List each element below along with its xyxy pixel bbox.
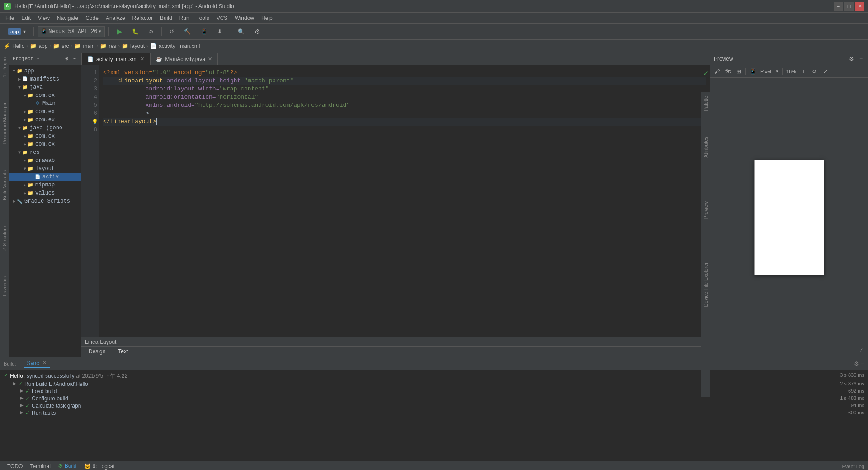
build-variants-tab[interactable]: Build Variants <box>0 166 9 204</box>
breadcrumb-src[interactable]: 📁 src <box>53 43 69 49</box>
tree-item-comex3[interactable]: ▶ 📁 com.ex <box>9 116 81 124</box>
menu-item-edit[interactable]: Edit <box>18 14 34 22</box>
debug-button[interactable]: 🐛 <box>128 26 143 38</box>
tab-close-activity-main[interactable]: ✕ <box>140 56 144 62</box>
tab-logcat[interactable]: 🐱 6: Logcat <box>80 462 118 470</box>
settings-button[interactable]: ⚙ <box>250 26 264 38</box>
tree-item-gradle[interactable]: ▶ 🔧 Gradle Scripts <box>9 197 81 205</box>
build-arrow-5[interactable]: ▶ <box>20 410 24 415</box>
resource-manager-tab[interactable]: Resource Manager <box>0 99 9 148</box>
menu-item-run[interactable]: Run <box>176 14 193 22</box>
tree-item-java-gene[interactable]: ▼ 📁 java (gene <box>9 124 81 132</box>
project-gear[interactable]: ⚙ <box>63 53 70 65</box>
breadcrumb-res[interactable]: 📁 res <box>100 43 116 49</box>
tree-item-app[interactable]: ▼ 📁 app <box>9 67 81 75</box>
preview-toolbar-icons: 🖌 🗺 ⊞ 📱 Pixel ▾ 16% + ⟳ ⤢ <box>712 66 830 76</box>
zoom-reset-btn[interactable]: ⟳ <box>810 66 820 76</box>
toolbar-run-config[interactable]: app ▾ <box>4 26 30 38</box>
build-arrow-4[interactable]: ▶ <box>20 403 24 408</box>
zoom-in-btn[interactable]: + <box>799 66 809 76</box>
dropdown-icon: ▾ <box>23 28 26 35</box>
event-log-btn[interactable]: Event Log <box>842 464 864 469</box>
breadcrumb-app[interactable]: 📁 app <box>30 43 47 49</box>
preview-resize-handle[interactable]: / <box>859 348 863 353</box>
preview-device-btn[interactable]: 📱 <box>748 66 758 76</box>
menu-item-navigate[interactable]: Navigate <box>53 14 82 22</box>
build-time-5: 600 ms <box>848 410 864 415</box>
menu-item-vcs[interactable]: VCS <box>213 14 231 22</box>
menu-item-help[interactable]: Help <box>258 14 276 22</box>
tree-item-mipmap[interactable]: ▶ 📁 mipmap <box>9 181 81 189</box>
close-button[interactable]: ✕ <box>855 2 864 11</box>
palette-tab-label[interactable]: Palette <box>701 92 710 115</box>
menu-item-build[interactable]: Build <box>156 14 176 22</box>
sync-button[interactable]: ↺ <box>165 26 178 38</box>
preview-vert-tab[interactable]: Preview <box>701 198 710 223</box>
tree-item-drawab[interactable]: ▶ 📁 drawab <box>9 157 81 165</box>
bottom-settings-btn[interactable]: ⚙ <box>854 361 859 367</box>
maximize-button[interactable]: □ <box>844 2 854 11</box>
tree-item-manifests[interactable]: ▶ 📄 manifests <box>9 75 81 83</box>
project-tab-label[interactable]: 1: Project <box>0 52 9 81</box>
build-arrow-3[interactable]: ▶ <box>20 395 24 400</box>
tab-activity-main-xml[interactable]: 📄 activity_main.xml ✕ <box>81 53 150 65</box>
breadcrumb-file[interactable]: 📄 activity_main.xml <box>150 43 200 49</box>
favorites-tab[interactable]: Favorites <box>0 272 9 300</box>
tab-text[interactable]: Text <box>114 347 132 356</box>
preview-panel: Preview ⚙ − 🖌 🗺 ⊞ 📱 Pixel ▾ 16% + ⟳ ⤢ <box>710 52 868 357</box>
tab-todo[interactable]: TODO <box>4 462 26 470</box>
menu-item-file[interactable]: File <box>2 14 18 22</box>
tab-main-activity-java[interactable]: ☕ MainActivity.java ✕ <box>150 53 217 65</box>
tree-item-comex1[interactable]: ▶ 📁 com.ex <box>9 91 81 100</box>
project-collapse[interactable]: − <box>72 53 77 65</box>
minimize-button[interactable]: − <box>834 2 843 11</box>
device-file-explorer-tab[interactable]: Device File Explorer <box>701 259 710 310</box>
menu-item-code[interactable]: Code <box>82 14 102 22</box>
menu-item-analyze[interactable]: Analyze <box>102 14 129 22</box>
breadcrumb-hello[interactable]: ⚡ Hello <box>4 43 24 49</box>
preview-settings-btn[interactable]: ⚙ <box>847 55 856 63</box>
tab-sync-close[interactable]: ✕ <box>42 360 47 366</box>
tree-item-comex5[interactable]: ▶ 📁 com.ex <box>9 140 81 148</box>
attributes-tab-label[interactable]: Attributes <box>701 133 710 161</box>
preview-toolbar: 🖌 🗺 ⊞ 📱 Pixel ▾ 16% + ⟳ ⤢ <box>710 65 868 78</box>
build-button[interactable]: 🔨 <box>180 26 195 38</box>
tab-design[interactable]: Design <box>85 347 109 356</box>
preview-blueprint-btn[interactable]: 🗺 <box>723 66 733 76</box>
tree-item-activ[interactable]: 📄 activ <box>9 173 81 181</box>
run-button[interactable]: ▶ <box>113 26 126 38</box>
avd-button[interactable]: 📱 <box>197 26 212 38</box>
tree-item-main[interactable]: © Main <box>9 100 81 108</box>
build-arrow-1[interactable]: ▶ <box>13 381 16 386</box>
preview-design-mode-btn[interactable]: 🖌 <box>712 66 722 76</box>
tree-item-values[interactable]: ▶ 📁 values <box>9 189 81 197</box>
preview-minimize-btn[interactable]: − <box>858 55 864 63</box>
tree-item-layout[interactable]: ▼ 📁 layout <box>9 165 81 173</box>
tree-item-comex4[interactable]: ▶ 📁 com.ex <box>9 132 81 140</box>
device-selector[interactable]: 📱 Nexus 5X API 26 ▾ <box>38 26 104 37</box>
menu-item-view[interactable]: View <box>34 14 53 22</box>
tab-sync-build[interactable]: Sync ✕ <box>24 359 51 368</box>
breadcrumb-main[interactable]: 📁 main <box>74 43 94 49</box>
tab-close-main-activity[interactable]: ✕ <box>208 56 212 62</box>
menu-item-window[interactable]: Window <box>231 14 258 22</box>
menu-item-refactor[interactable]: Refactor <box>129 14 156 22</box>
zoom-fit-btn[interactable]: ⤢ <box>821 66 830 76</box>
code-editor[interactable]: <?xml version="1.0" encoding="utf-8"?> <… <box>99 65 710 337</box>
breadcrumb-layout[interactable]: 📁 layout <box>122 43 145 49</box>
build-arrow-2[interactable]: ▶ <box>20 388 24 393</box>
z-structure-tab[interactable]: Z-Structure <box>0 222 9 254</box>
search-button[interactable]: 🔍 <box>234 26 249 38</box>
menu-item-tools[interactable]: Tools <box>193 14 213 22</box>
tree-item-comex2[interactable]: ▶ 📁 com.ex <box>9 108 81 116</box>
tab-terminal[interactable]: Terminal <box>26 462 54 470</box>
tab-build[interactable]: ⚙ Build <box>54 462 80 470</box>
xml-file-icon: 📄 <box>87 56 94 62</box>
preview-both-btn[interactable]: ⊞ <box>734 66 744 76</box>
attach-button[interactable]: ⚙ <box>145 26 158 38</box>
tree-item-java[interactable]: ▼ 📁 java <box>9 83 81 91</box>
sdk-button[interactable]: ⬇ <box>213 26 226 38</box>
tree-item-res[interactable]: ▼ 📁 res <box>9 148 81 157</box>
bottom-minimize-btn[interactable]: − <box>861 360 864 367</box>
device-icon: 📱 <box>41 28 47 35</box>
